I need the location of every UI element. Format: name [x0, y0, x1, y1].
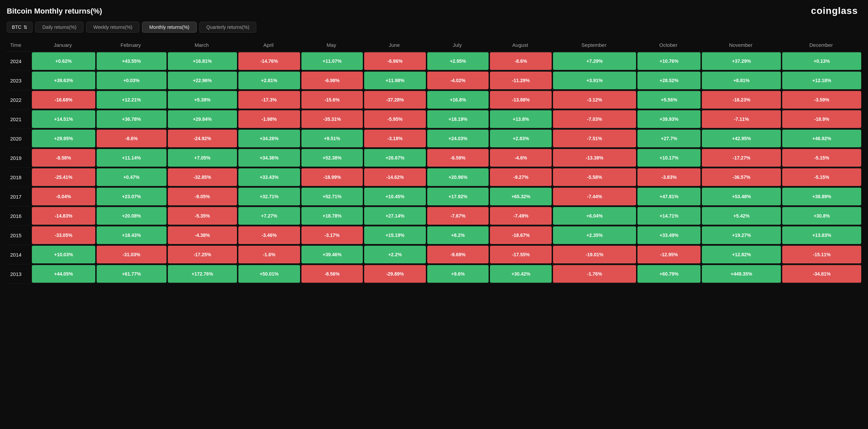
data-cell[interactable]: +52.71%: [300, 187, 363, 206]
data-cell[interactable]: -7.44%: [552, 187, 636, 206]
data-cell[interactable]: +26.67%: [363, 148, 426, 168]
data-cell[interactable]: +39.63%: [31, 71, 95, 90]
data-cell[interactable]: -1.76%: [552, 264, 636, 284]
data-cell[interactable]: -37.28%: [363, 90, 426, 110]
data-cell[interactable]: +6.04%: [552, 206, 636, 226]
data-cell[interactable]: +65.32%: [489, 187, 552, 206]
data-cell[interactable]: -7.51%: [552, 129, 636, 148]
data-cell[interactable]: +47.81%: [636, 187, 701, 206]
data-cell[interactable]: -9.05%: [166, 187, 237, 206]
data-cell[interactable]: -8.56%: [300, 264, 363, 284]
data-cell[interactable]: +18.78%: [300, 206, 363, 226]
data-cell[interactable]: +52.38%: [300, 148, 363, 168]
data-cell[interactable]: -17.55%: [489, 245, 552, 264]
data-cell[interactable]: -7.03%: [552, 110, 636, 129]
tab-daily[interactable]: Daily returns(%): [35, 22, 83, 33]
data-cell[interactable]: +50.01%: [237, 264, 300, 284]
data-cell[interactable]: +8.2%: [426, 226, 489, 245]
data-cell[interactable]: +2.35%: [552, 226, 636, 245]
data-cell[interactable]: +20.08%: [95, 206, 166, 226]
data-cell[interactable]: +23.07%: [95, 187, 166, 206]
data-cell[interactable]: +27.7%: [636, 129, 701, 148]
data-cell[interactable]: +20.96%: [426, 168, 489, 187]
data-cell[interactable]: -8.58%: [31, 148, 95, 168]
data-cell[interactable]: -8.6%: [95, 129, 166, 148]
data-cell[interactable]: +16.8%: [426, 90, 489, 110]
data-cell[interactable]: +43.55%: [95, 52, 166, 71]
data-cell[interactable]: -25.41%: [31, 168, 95, 187]
data-cell[interactable]: +27.14%: [363, 206, 426, 226]
data-cell[interactable]: -29.89%: [363, 264, 426, 284]
data-cell[interactable]: +29.84%: [166, 110, 237, 129]
data-cell[interactable]: +12.82%: [701, 245, 781, 264]
data-cell[interactable]: +18.19%: [426, 110, 489, 129]
data-cell[interactable]: -15.6%: [300, 90, 363, 110]
data-cell[interactable]: -31.03%: [95, 245, 166, 264]
data-cell[interactable]: +32.71%: [237, 187, 300, 206]
data-cell[interactable]: -7.67%: [426, 206, 489, 226]
data-cell[interactable]: -18.67%: [489, 226, 552, 245]
data-cell[interactable]: -19.01%: [552, 245, 636, 264]
data-cell[interactable]: +9.51%: [300, 129, 363, 148]
data-cell[interactable]: +38.89%: [781, 187, 861, 206]
data-cell[interactable]: +0.13%: [781, 52, 861, 71]
data-cell[interactable]: -5.15%: [781, 168, 861, 187]
data-cell[interactable]: +17.92%: [426, 187, 489, 206]
data-cell[interactable]: +2.83%: [489, 129, 552, 148]
data-cell[interactable]: +34.36%: [237, 148, 300, 168]
data-cell[interactable]: -16.23%: [701, 90, 781, 110]
data-cell[interactable]: -5.35%: [166, 206, 237, 226]
data-cell[interactable]: -5.15%: [781, 148, 861, 168]
data-cell[interactable]: +13.83%: [781, 226, 861, 245]
data-cell[interactable]: -1.98%: [237, 110, 300, 129]
data-cell[interactable]: -3.59%: [781, 90, 861, 110]
data-cell[interactable]: +0.03%: [95, 71, 166, 90]
data-cell[interactable]: -15.11%: [781, 245, 861, 264]
data-cell[interactable]: -7.49%: [489, 206, 552, 226]
data-cell[interactable]: +34.26%: [237, 129, 300, 148]
data-cell[interactable]: -13.88%: [489, 90, 552, 110]
data-cell[interactable]: -9.27%: [489, 168, 552, 187]
data-cell[interactable]: +28.52%: [636, 71, 701, 90]
data-cell[interactable]: +19.27%: [701, 226, 781, 245]
data-cell[interactable]: +7.27%: [237, 206, 300, 226]
data-cell[interactable]: +3.91%: [552, 71, 636, 90]
data-cell[interactable]: +22.96%: [166, 71, 237, 90]
data-cell[interactable]: +10.03%: [31, 245, 95, 264]
data-cell[interactable]: -3.17%: [300, 226, 363, 245]
data-cell[interactable]: +14.51%: [31, 110, 95, 129]
data-cell[interactable]: -18.99%: [300, 168, 363, 187]
data-cell[interactable]: +60.79%: [636, 264, 701, 284]
data-cell[interactable]: +0.47%: [95, 168, 166, 187]
data-cell[interactable]: -17.27%: [701, 148, 781, 168]
data-cell[interactable]: +33.49%: [636, 226, 701, 245]
data-cell[interactable]: +61.77%: [95, 264, 166, 284]
data-cell[interactable]: +7.29%: [552, 52, 636, 71]
data-cell[interactable]: +2.95%: [426, 52, 489, 71]
data-cell[interactable]: -35.31%: [300, 110, 363, 129]
data-cell[interactable]: -32.85%: [166, 168, 237, 187]
data-cell[interactable]: +13.8%: [489, 110, 552, 129]
data-cell[interactable]: +46.92%: [781, 129, 861, 148]
data-cell[interactable]: -17.25%: [166, 245, 237, 264]
data-cell[interactable]: -12.95%: [636, 245, 701, 264]
data-cell[interactable]: -0.04%: [31, 187, 95, 206]
data-cell[interactable]: +5.56%: [636, 90, 701, 110]
data-cell[interactable]: -4.02%: [426, 71, 489, 90]
data-cell[interactable]: +0.62%: [31, 52, 95, 71]
data-cell[interactable]: +18.43%: [95, 226, 166, 245]
data-cell[interactable]: +30.8%: [781, 206, 861, 226]
data-cell[interactable]: -34.81%: [781, 264, 861, 284]
data-cell[interactable]: -17.3%: [237, 90, 300, 110]
data-cell[interactable]: +10.17%: [636, 148, 701, 168]
data-cell[interactable]: +42.95%: [701, 129, 781, 148]
data-cell[interactable]: +12.21%: [95, 90, 166, 110]
data-cell[interactable]: -11.29%: [489, 71, 552, 90]
data-cell[interactable]: +10.76%: [636, 52, 701, 71]
data-cell[interactable]: -24.92%: [166, 129, 237, 148]
data-cell[interactable]: +9.6%: [426, 264, 489, 284]
tab-monthly[interactable]: Monthly returns(%): [142, 22, 196, 33]
data-cell[interactable]: -18.9%: [781, 110, 861, 129]
data-cell[interactable]: +14.71%: [636, 206, 701, 226]
data-cell[interactable]: +44.05%: [31, 264, 95, 284]
